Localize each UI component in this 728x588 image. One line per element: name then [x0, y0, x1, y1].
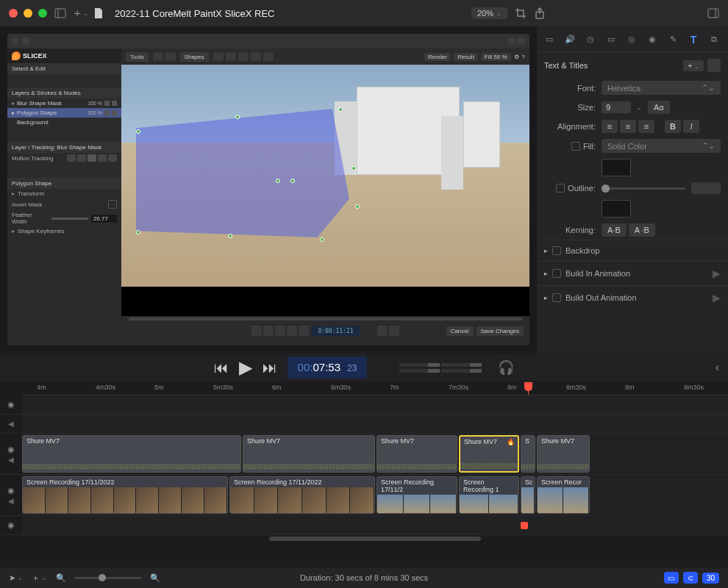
feather-value[interactable]: 26.77: [91, 215, 117, 223]
audio-clip[interactable]: Shure MV7: [377, 435, 457, 473]
track-lane[interactable]: [22, 415, 728, 433]
timecode-display[interactable]: 00:07:53 23: [288, 356, 368, 379]
timeline-scrollbar[interactable]: [22, 535, 728, 542]
render-pill[interactable]: Render: [424, 53, 451, 61]
font-select[interactable]: Helvetica⌃⌄: [602, 81, 721, 95]
audio-clip-small[interactable]: S: [521, 435, 535, 473]
build-in-accordion[interactable]: ▸Build In Animation▶: [537, 261, 728, 285]
fill-checkbox[interactable]: [571, 142, 580, 151]
ellipse-shape-icon[interactable]: [226, 52, 236, 61]
track-play-icon[interactable]: [88, 154, 96, 162]
sidebar-toggle-icon[interactable]: [54, 7, 66, 19]
goto-end-icon[interactable]: [299, 326, 309, 336]
shape-handle[interactable]: [338, 107, 343, 112]
plugin-window-icon[interactable]: [508, 37, 515, 45]
copy-icon[interactable]: ⧉: [707, 33, 721, 46]
fill-type-select[interactable]: Solid Color⌃⌄: [602, 139, 721, 153]
filmstrip-icon[interactable]: ▭: [543, 33, 556, 46]
video-clip-small[interactable]: Sc: [521, 476, 535, 514]
video-clip[interactable]: Screen Recording 17/11/2022: [22, 476, 228, 514]
pointer-tool[interactable]: ➤ ⌄: [9, 573, 23, 583]
headphones-icon[interactable]: 🎧: [498, 359, 514, 376]
speaker-icon[interactable]: ◀: [8, 456, 14, 464]
step-fwd-icon[interactable]: [287, 326, 297, 336]
minimize-window[interactable]: [24, 9, 32, 18]
ruler[interactable]: 4m4m30s5m5m30s6m6m30s7m7m30s8m8m30s9m9m3…: [22, 382, 728, 395]
track-step-fwd-icon[interactable]: [98, 154, 107, 162]
play-icon[interactable]: [275, 326, 285, 336]
shape-handle[interactable]: [136, 129, 140, 134]
transform-row[interactable]: ▸Transform: [7, 189, 121, 198]
track-fwd-icon[interactable]: [108, 154, 117, 162]
shape-handle[interactable]: [228, 234, 232, 238]
magnetic-shape-icon[interactable]: [263, 52, 274, 61]
align-right-icon[interactable]: ≡: [638, 120, 654, 133]
italic-button[interactable]: I: [683, 120, 699, 133]
timing-icon[interactable]: ◷: [584, 33, 597, 46]
plugin-close-icon[interactable]: [518, 37, 525, 45]
close-window[interactable]: [9, 9, 18, 18]
plugin-canvas[interactable]: [121, 65, 529, 316]
shapes-tab[interactable]: Shapes: [180, 52, 209, 62]
shape-handle[interactable]: [351, 166, 356, 171]
eye-icon[interactable]: ◉: [7, 445, 15, 454]
inspector-toggle-icon[interactable]: [707, 7, 719, 19]
audio-clip[interactable]: Shure MV7: [243, 435, 375, 473]
video-clip[interactable]: Screen Recording 17/11/2: [377, 476, 457, 514]
kerning-loose-button[interactable]: A ·B: [629, 223, 655, 237]
video-clip[interactable]: Screen Recording 17/11/2022: [229, 476, 375, 514]
invert-mask-row[interactable]: Invert Mask: [7, 198, 121, 210]
mask-shape[interactable]: [136, 109, 349, 237]
play-button[interactable]: ▶: [239, 357, 252, 378]
video-clip[interactable]: Screen Recor: [537, 476, 590, 514]
shape-handle[interactable]: [276, 179, 280, 183]
hand-tool-icon[interactable]: [165, 52, 176, 61]
outline-slider[interactable]: [602, 187, 685, 190]
help-icon[interactable]: ?: [522, 54, 525, 60]
skip-fwd-button[interactable]: ⏭: [263, 359, 277, 376]
kerning-tight-button[interactable]: A·B: [602, 223, 627, 237]
invert-checkbox[interactable]: [108, 200, 117, 209]
keyframes-row[interactable]: ▸Shape Keyframes: [7, 226, 121, 236]
align-left-icon[interactable]: ≡: [602, 120, 618, 133]
zoom-out-icon[interactable]: 🔍: [56, 573, 66, 583]
shape-handle[interactable]: [355, 204, 360, 209]
outline-color-swatch[interactable]: [602, 200, 631, 218]
shape-handle[interactable]: [136, 230, 140, 234]
outline-value[interactable]: [691, 182, 721, 194]
fill-pill[interactable]: Fill 58 %: [481, 53, 511, 61]
crop-icon[interactable]: [515, 7, 527, 19]
audio-clip[interactable]: Shure MV7: [537, 435, 590, 473]
marker[interactable]: [521, 522, 528, 529]
text-icon[interactable]: T: [687, 33, 700, 46]
track-lane[interactable]: [22, 395, 728, 414]
zoom-slider[interactable]: [75, 577, 141, 579]
track-step-back-icon[interactable]: [77, 154, 86, 162]
shapes-icon[interactable]: ◎: [625, 33, 638, 46]
audio-clip-selected[interactable]: Shure MV7 🔥: [459, 435, 519, 473]
autofit-button[interactable]: Aα: [648, 101, 670, 114]
track-lane[interactable]: [22, 516, 728, 534]
zoom-window[interactable]: [38, 9, 47, 18]
tools-tab[interactable]: Tools: [126, 52, 149, 62]
plugin-sidebar-icon[interactable]: [12, 37, 19, 45]
share-icon[interactable]: [534, 7, 546, 19]
add-media-button[interactable]: ＋ ⌄: [32, 573, 47, 584]
backdrop-accordion[interactable]: ▸Backdrop: [537, 240, 728, 261]
eye-icon[interactable]: ◉: [7, 400, 15, 409]
fill-color-swatch[interactable]: [602, 159, 631, 176]
gridview-icon[interactable]: [377, 326, 388, 336]
layer-row[interactable]: ▸Background: [7, 118, 121, 127]
preset-3d-icon[interactable]: [707, 59, 721, 72]
listview-icon[interactable]: [389, 326, 399, 336]
add-icon[interactable]: ＋⌄: [74, 7, 85, 19]
plugin-menu-icon[interactable]: [22, 37, 29, 45]
step-back-icon[interactable]: [263, 326, 274, 336]
snap-picture-icon[interactable]: ▭: [664, 572, 679, 584]
size-field[interactable]: 9: [602, 101, 631, 113]
result-pill[interactable]: Result: [454, 53, 478, 61]
audio-clip[interactable]: Shure MV7: [22, 435, 241, 473]
track-lane[interactable]: Screen Recording 17/11/2022 Screen Recor…: [22, 475, 728, 515]
shape-handle[interactable]: [235, 115, 240, 119]
align-center-icon[interactable]: ≡: [620, 120, 636, 133]
